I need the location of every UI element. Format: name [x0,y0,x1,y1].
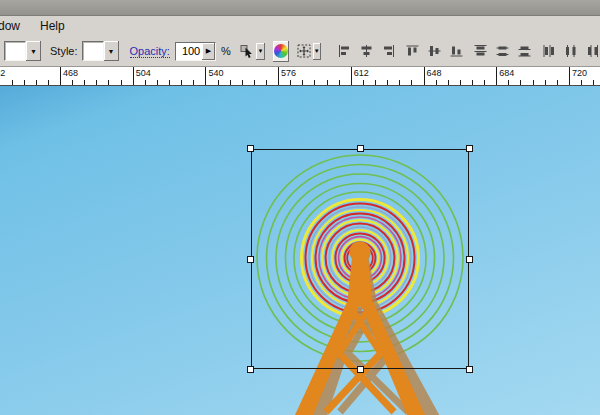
ruler-minor-tick [302,80,303,85]
transform-controls-icon[interactable] [296,43,312,59]
ruler-minor-tick [314,80,315,85]
percent-label: % [221,45,231,57]
ruler-minor-tick [387,80,388,85]
distribute-right-edges-icon[interactable] [585,43,600,59]
ruler-minor-tick [533,80,534,85]
ruler-minor-tick [581,80,582,85]
ruler-minor-tick [545,80,546,85]
ruler-minor-tick [12,80,13,85]
ruler-minor-tick [193,80,194,85]
selection-handle-middle-right[interactable] [466,256,473,263]
document-canvas[interactable] [0,86,600,415]
chevron-down-icon[interactable]: ▼ [104,41,119,61]
ruler-minor-tick [242,80,243,85]
ruler-tick-label: 612 [354,68,369,78]
ruler-minor-tick [339,80,340,85]
selection-handle-middle-left[interactable] [247,256,254,263]
ruler-minor-tick [399,80,400,85]
ruler-major-tick [133,67,134,85]
align-top-edges-icon[interactable] [405,43,420,59]
auto-select-cursor-icon[interactable] [240,43,255,59]
distribute-bottom-edges-icon[interactable] [517,43,532,59]
ruler-minor-tick [436,80,437,85]
ruler-major-tick [569,67,570,85]
opacity-input[interactable] [176,43,202,60]
ruler-minor-tick [327,80,328,85]
ruler-minor-tick [24,80,25,85]
selection-handle-bottom-left[interactable] [247,366,254,373]
ruler-minor-tick [218,80,219,85]
ruler-tick-label: 684 [499,68,514,78]
ruler-major-tick [496,67,497,85]
ruler-major-tick [351,67,352,85]
ruler-minor-tick [157,80,158,85]
tool-preset-field [4,41,26,61]
ruler-minor-tick [411,80,412,85]
tool-preset-dropdown[interactable]: ▼ [4,41,41,61]
align-bottom-edges-icon[interactable] [449,43,464,59]
color-wheel-icon [274,44,288,58]
ruler-minor-tick [363,80,364,85]
ruler-tick-label: 648 [427,68,442,78]
selection-handle-bottom-middle[interactable] [357,366,364,373]
ruler-minor-tick [520,80,521,85]
distribute-left-edges-icon[interactable] [542,43,557,59]
ruler-major-tick [60,67,61,85]
ruler-tick-label: 432 [0,68,5,78]
tool-options-bar: ▼ Style: ▼ Opacity: ▶ % ▼ [0,36,600,67]
ruler-minor-tick [472,80,473,85]
application-window: dow Help ▼ Style: ▼ Opacity: ▶ % ▼ [0,0,600,415]
opacity-field[interactable]: ▶ [175,42,216,61]
chevron-down-icon[interactable]: ▼ [26,41,41,61]
align-horizontal-centers-icon[interactable] [359,43,374,59]
ruler-minor-tick [593,80,594,85]
menu-bar: dow Help [0,16,600,36]
chevron-down-icon[interactable]: ▼ [256,43,264,60]
menu-item-window-partial[interactable]: dow [0,17,30,35]
selection-handle-top-right[interactable] [466,145,473,152]
ruler-minor-tick [266,80,267,85]
ruler-minor-tick [375,80,376,85]
ruler-minor-tick [72,80,73,85]
ruler-minor-tick [230,80,231,85]
style-label: Style: [50,45,78,57]
ruler-minor-tick [145,80,146,85]
ruler-minor-tick [484,80,485,85]
ruler-tick-label: 576 [281,68,296,78]
style-field [82,41,104,61]
ruler-minor-tick [48,80,49,85]
ruler-minor-tick [460,80,461,85]
style-dropdown[interactable]: ▼ [82,41,119,61]
ruler-major-tick [424,67,425,85]
ruler-minor-tick [121,80,122,85]
slider-arrow-icon[interactable]: ▶ [202,43,215,60]
selection-bounding-box[interactable] [251,149,469,369]
align-right-edges-icon[interactable] [381,43,396,59]
ruler-tick-label: 504 [136,68,151,78]
ruler-major-tick [278,67,279,85]
chevron-down-icon[interactable]: ▼ [313,43,321,60]
ruler-tick-label: 720 [572,68,587,78]
align-left-edges-icon[interactable] [337,43,352,59]
ruler-minor-tick [290,80,291,85]
opacity-label[interactable]: Opacity: [130,45,170,58]
color-wheel-button[interactable] [273,41,289,62]
ruler-tick-label: 540 [208,68,223,78]
selection-handle-top-left[interactable] [247,145,254,152]
align-vertical-centers-icon[interactable] [427,43,442,59]
ruler-minor-tick [169,80,170,85]
ruler-minor-tick [181,80,182,85]
distribute-horizontal-centers-icon[interactable] [563,43,578,59]
ruler-major-tick [205,67,206,85]
distribute-vertical-centers-icon[interactable] [495,43,510,59]
ruler-minor-tick [508,80,509,85]
ruler-minor-tick [84,80,85,85]
horizontal-ruler[interactable]: 432468504540576612648684720 [0,67,600,86]
menu-item-help[interactable]: Help [30,17,75,35]
ruler-minor-tick [36,80,37,85]
selection-handle-top-middle[interactable] [357,145,364,152]
window-titlebar[interactable] [0,0,600,16]
selection-handle-bottom-right[interactable] [466,366,473,373]
ruler-minor-tick [254,80,255,85]
distribute-top-edges-icon[interactable] [473,43,488,59]
